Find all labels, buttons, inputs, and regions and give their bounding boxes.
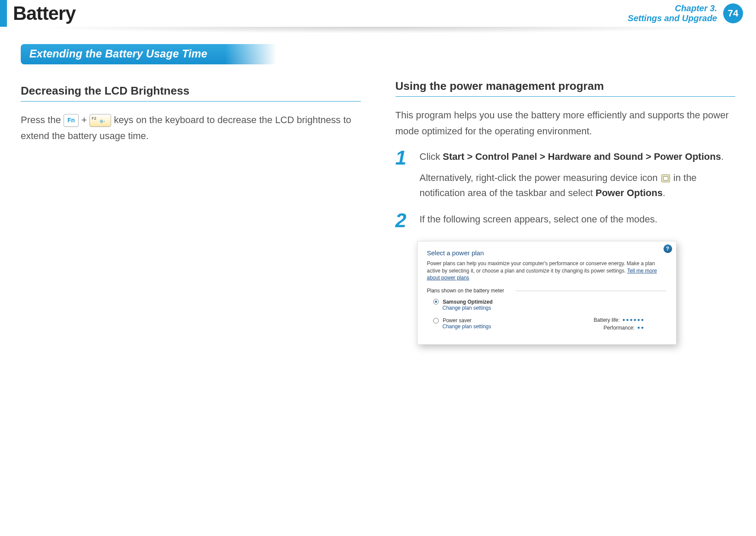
page-header: Battery Chapter 3. Settings and Upgrade … (0, 0, 756, 27)
performance-dots: ●● (637, 324, 644, 332)
step1b-post: . (663, 187, 665, 198)
step1-pre: Click (420, 151, 443, 162)
brightness-down-icon (99, 117, 105, 124)
pp-title: Select a power plan (427, 249, 667, 257)
power-meter-icon (661, 174, 670, 182)
step1-path: Start > Control Panel > Hardware and Sou… (443, 151, 721, 162)
pp-plan-samsung: Samsung Optimized Change plan settings (433, 298, 667, 311)
svg-line-7 (100, 122, 101, 123)
pp-desc-text: Power plans can help you maximize your c… (427, 260, 655, 274)
content-area: Extending the Battery Usage Time Decreas… (0, 27, 756, 345)
radio-power-saver[interactable] (433, 318, 439, 324)
right-column: Using the power management program This … (396, 44, 736, 345)
chapter-line-2: Settings and Upgrade (628, 13, 717, 23)
step-1: 1 Click Start > Control Panel > Hardware… (396, 149, 736, 201)
battery-life-row: Battery life: ●●●●●● (567, 316, 645, 324)
subheading-lcd: Decreasing the LCD Brightness (21, 84, 361, 101)
step-1-line-1: Click Start > Control Panel > Hardware a… (420, 149, 736, 164)
header-accent-bar (0, 0, 7, 27)
pp-meters: Battery life: ●●●●●● Performance: ●● (567, 316, 645, 332)
performance-row: Performance: ●● (567, 324, 645, 332)
lcd-paragraph: Press the Fn + F2 keys on the keyboard t… (21, 112, 361, 144)
step1b-bold: Power Options (596, 187, 663, 198)
f2-brightness-key-icon: F2 (89, 114, 111, 127)
power-options-window: ? Select a power plan Power plans can he… (417, 241, 676, 345)
svg-line-8 (102, 120, 103, 121)
svg-point-0 (101, 121, 102, 122)
subheading-power: Using the power management program (396, 79, 736, 97)
battery-life-dots: ●●●●●● (622, 316, 645, 324)
svg-line-5 (100, 120, 101, 121)
help-icon[interactable]: ? (664, 245, 672, 253)
chapter-text: Chapter 3. Settings and Upgrade (628, 3, 717, 23)
spacer (396, 44, 736, 79)
left-column: Extending the Battery Usage Time Decreas… (21, 44, 361, 345)
plan-name-powersaver: Power saver (443, 317, 472, 324)
page-title: Battery (13, 3, 76, 24)
fn-key-icon: Fn (64, 114, 79, 127)
step-2-number: 2 (396, 212, 412, 229)
step-2: 2 If the following screen appears, selec… (396, 212, 736, 229)
plan-name-samsung: Samsung Optimized (443, 299, 492, 305)
text-pre: Press the (21, 114, 64, 125)
battery-life-label: Battery life: (594, 316, 620, 324)
step1b-pre: Alternatively, right-click the power mea… (420, 172, 660, 183)
step1-post: . (721, 151, 724, 162)
step-1-body: Click Start > Control Panel > Hardware a… (420, 149, 736, 201)
section-heading-bar: Extending the Battery Usage Time (21, 44, 276, 64)
performance-label: Performance: (603, 324, 635, 332)
pp-group-label: Plans shown on the battery meter (427, 288, 667, 294)
f2-label: F2 (92, 115, 96, 122)
radio-samsung-optimized[interactable] (433, 299, 439, 304)
step-1-number: 1 (396, 149, 412, 201)
power-intro: This program helps you use the battery m… (396, 107, 736, 140)
step-2-text: If the following screen appears, select … (420, 212, 657, 227)
page-number-badge: 74 (723, 3, 743, 23)
svg-line-6 (102, 122, 103, 123)
pp-description: Power plans can help you maximize your c… (427, 260, 667, 282)
change-plan-settings-samsung[interactable]: Change plan settings (443, 305, 667, 311)
chapter-block: Chapter 3. Settings and Upgrade 74 (628, 3, 743, 23)
step-2-body: If the following screen appears, select … (420, 212, 657, 229)
step-1-line-2: Alternatively, right-click the power mea… (420, 170, 736, 200)
chapter-line-1: Chapter 3. (628, 3, 717, 13)
text-plus: + (81, 114, 89, 125)
pp-plan-powersaver: Power saver Change plan settings Battery… (433, 317, 667, 330)
